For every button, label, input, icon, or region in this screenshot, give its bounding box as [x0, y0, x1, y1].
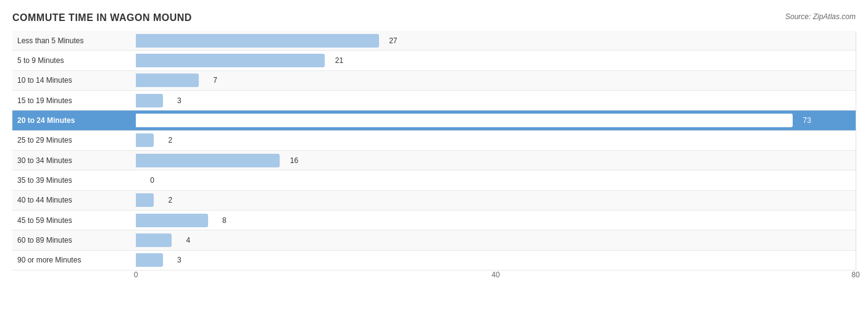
bar-value: 3	[177, 256, 182, 264]
bar-wrapper: 3	[136, 91, 856, 110]
bar-row: 5 to 9 Minutes21	[12, 51, 856, 70]
bar: 7	[136, 73, 199, 87]
bar-wrapper: 2	[136, 131, 856, 150]
bar-value: 73	[803, 116, 811, 125]
bar: 4	[136, 233, 172, 247]
bar: 8	[136, 214, 208, 227]
bar-wrapper: 2	[136, 191, 856, 210]
grid-line-80	[856, 31, 856, 271]
bar-value: 0	[150, 176, 154, 185]
bar-value: 8	[222, 216, 227, 225]
bar-value: 4	[186, 236, 191, 245]
bar-value: 16	[290, 156, 298, 165]
bar-label: 45 to 59 Minutes	[12, 216, 136, 225]
bar-row: 25 to 29 Minutes2	[12, 131, 856, 151]
bar-label: 35 to 39 Minutes	[12, 176, 136, 185]
bar-row: 35 to 39 Minutes0	[12, 170, 856, 190]
source-label: Source: ZipAtlas.com	[785, 12, 856, 21]
x-label-40: 40	[491, 271, 499, 279]
bar-label: 30 to 34 Minutes	[12, 156, 136, 165]
bar-row: 90 or more Minutes3	[12, 251, 856, 271]
bar-label: 10 to 14 Minutes	[12, 76, 136, 85]
chart-area: Less than 5 Minutes275 to 9 Minutes2110 …	[12, 31, 856, 286]
chart-container: COMMUTE TIME IN WAGON MOUND Source: ZipA…	[0, 0, 868, 323]
x-axis: 0 40 80	[136, 271, 856, 286]
bar-row: 20 to 24 Minutes73	[12, 111, 856, 130]
bar-wrapper: 0	[136, 170, 856, 190]
bar-label: 5 to 9 Minutes	[12, 56, 136, 65]
bar-label: 40 to 44 Minutes	[12, 196, 136, 204]
bar-label: Less than 5 Minutes	[12, 36, 136, 45]
bar: 27	[136, 34, 379, 48]
bar-wrapper: 21	[136, 51, 856, 70]
bar-value: 27	[389, 36, 397, 45]
bar-wrapper: 27	[136, 31, 856, 50]
bar: 3	[136, 253, 163, 267]
bar-value: 2	[168, 196, 172, 204]
bar-row: 40 to 44 Minutes2	[12, 191, 856, 211]
chart-title: COMMUTE TIME IN WAGON MOUND	[12, 12, 856, 23]
bar-value: 3	[177, 96, 182, 105]
bar-row: 60 to 89 Minutes4	[12, 230, 856, 250]
x-label-80: 80	[851, 271, 859, 279]
bar-wrapper: 4	[136, 230, 856, 250]
bar-row: 45 to 59 Minutes8	[12, 211, 856, 230]
bars-area: Less than 5 Minutes275 to 9 Minutes2110 …	[12, 31, 856, 271]
bar: 2	[136, 193, 154, 207]
bar-row: Less than 5 Minutes27	[12, 31, 856, 51]
bar: 73	[136, 114, 793, 127]
bar-label: 90 or more Minutes	[12, 256, 136, 264]
bar-row: 30 to 34 Minutes16	[12, 151, 856, 170]
bar: 2	[136, 133, 154, 147]
bar: 21	[136, 54, 325, 67]
bar-label: 60 to 89 Minutes	[12, 236, 136, 245]
bar-value: 21	[335, 56, 343, 65]
bar-wrapper: 16	[136, 151, 856, 170]
bar-wrapper: 3	[136, 251, 856, 270]
bar-wrapper: 7	[136, 71, 856, 90]
bar-label: 20 to 24 Minutes	[12, 116, 136, 125]
bar: 16	[136, 154, 280, 167]
bar: 3	[136, 94, 163, 107]
bar-wrapper: 8	[136, 211, 856, 230]
bar-value: 7	[213, 76, 217, 85]
bar-row: 10 to 14 Minutes7	[12, 71, 856, 91]
bar-wrapper: 73	[136, 111, 856, 130]
bar-label: 15 to 19 Minutes	[12, 96, 136, 105]
x-label-0: 0	[134, 271, 138, 279]
bar-value: 2	[168, 136, 172, 145]
bar-label: 25 to 29 Minutes	[12, 136, 136, 145]
bar-row: 15 to 19 Minutes3	[12, 91, 856, 111]
